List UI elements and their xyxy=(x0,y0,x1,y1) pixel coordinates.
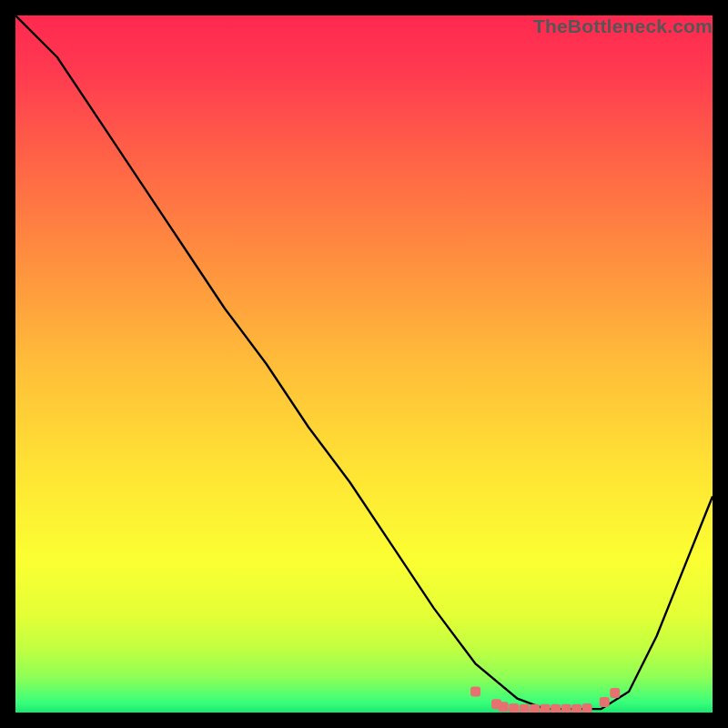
chart-background xyxy=(15,15,713,713)
curve-marker xyxy=(541,704,551,713)
chart-frame: TheBottleneck.com xyxy=(15,15,713,713)
curve-marker xyxy=(582,703,592,713)
curve-marker xyxy=(610,688,620,698)
curve-marker xyxy=(470,687,480,697)
curve-marker xyxy=(561,704,571,713)
curve-marker xyxy=(600,697,610,707)
curve-marker xyxy=(509,703,519,713)
curve-marker xyxy=(520,704,530,713)
watermark-text: TheBottleneck.com xyxy=(533,15,713,37)
curve-marker xyxy=(551,704,561,713)
chart-svg xyxy=(15,15,713,713)
curve-marker xyxy=(530,704,540,713)
curve-marker xyxy=(499,702,509,712)
curve-marker xyxy=(571,704,581,713)
